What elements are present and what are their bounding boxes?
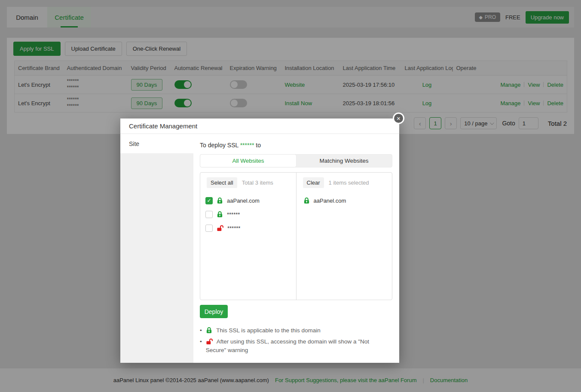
- target-pane: Clear 1 items selected aaPanel.com: [297, 173, 392, 300]
- modal-content: To deploy SSL ****** to All Websites Mat…: [193, 134, 399, 363]
- website-transfer-list: Select all Total 3 items aaPanel.com: [200, 172, 392, 300]
- ssl-domain-masked: ******: [240, 142, 254, 149]
- website-label: ******: [227, 211, 240, 218]
- lock-open-icon: [206, 338, 213, 345]
- sidebar-item-label: Site: [129, 140, 139, 147]
- note-text: This SSL is applicable to the this domai…: [216, 327, 321, 334]
- website-checkbox-checked[interactable]: [205, 197, 213, 204]
- note-insecure: • After using this SSL, accessing the do…: [200, 337, 390, 355]
- bullet-icon: •: [200, 326, 202, 335]
- deploy-button[interactable]: Deploy: [200, 305, 228, 318]
- list-item[interactable]: aaPanel.com: [297, 194, 392, 207]
- lock-closed-icon: [206, 327, 212, 334]
- website-label: aaPanel.com: [227, 198, 260, 204]
- target-list: aaPanel.com: [297, 194, 392, 207]
- lock-closed-icon: [303, 197, 310, 204]
- tab-all-websites[interactable]: All Websites: [200, 155, 296, 167]
- source-pane: Select all Total 3 items aaPanel.com: [200, 173, 297, 300]
- note-text: After using this SSL, accessing the doma…: [206, 338, 369, 353]
- website-filter-tabs: All Websites Matching Websites: [200, 154, 392, 167]
- modal-header: Certificate Management: [120, 119, 399, 134]
- deploy-ssl-text: To deploy SSL ****** to: [200, 142, 392, 149]
- select-all-button[interactable]: Select all: [207, 177, 237, 188]
- close-icon[interactable]: ×: [393, 112, 404, 124]
- bullet-icon: •: [200, 337, 202, 355]
- source-list: aaPanel.com ****** *****: [200, 194, 296, 235]
- tab-matching-websites[interactable]: Matching Websites: [296, 155, 392, 167]
- certificate-management-modal: × Certificate Management Site To deploy …: [120, 119, 399, 363]
- website-checkbox[interactable]: [205, 225, 213, 232]
- modal-title: Certificate Management: [129, 122, 197, 130]
- website-checkbox[interactable]: [205, 211, 213, 218]
- clear-button[interactable]: Clear: [303, 177, 324, 188]
- sidebar-item-site[interactable]: Site: [120, 134, 193, 153]
- lock-closed-icon: [217, 211, 223, 218]
- list-item[interactable]: ******: [200, 221, 296, 235]
- target-count: 1 items selected: [329, 179, 369, 186]
- website-label: aaPanel.com: [314, 198, 346, 204]
- lock-closed-icon: [217, 197, 223, 204]
- list-item[interactable]: ******: [200, 207, 296, 221]
- ssl-notes: • This SSL is applicable to the this dom…: [200, 326, 390, 355]
- source-count: Total 3 items: [242, 179, 273, 186]
- note-secure: • This SSL is applicable to the this dom…: [200, 326, 390, 335]
- list-item[interactable]: aaPanel.com: [200, 194, 296, 207]
- lock-open-icon: [217, 225, 223, 231]
- modal-sidebar: Site: [120, 134, 193, 363]
- website-label: ******: [227, 225, 240, 231]
